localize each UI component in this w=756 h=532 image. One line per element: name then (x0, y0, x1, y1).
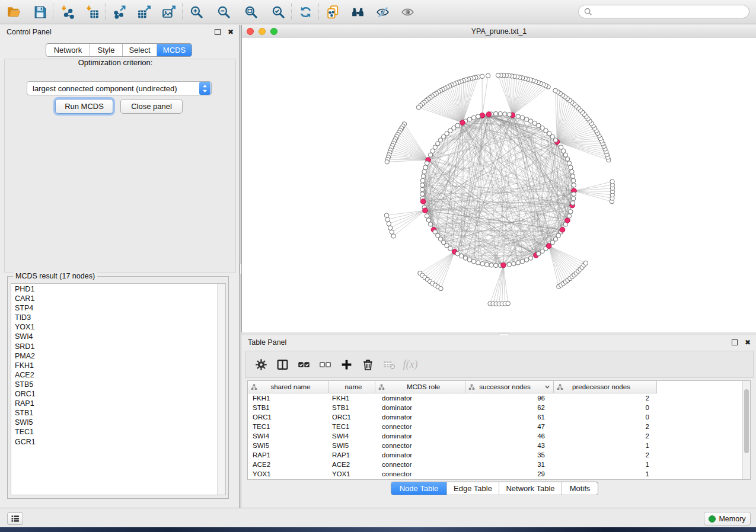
table-cell[interactable]: 0 (554, 403, 657, 412)
table-cell[interactable]: 2 (554, 393, 657, 403)
table-cell[interactable]: TEC1 (329, 422, 375, 431)
column-header-name[interactable]: name (329, 381, 375, 393)
table-cell[interactable]: dominator (375, 412, 465, 422)
table-cell[interactable]: connector (375, 469, 465, 479)
delete-table-button[interactable] (378, 354, 400, 374)
table-cell[interactable]: PHD1 (248, 479, 329, 480)
table-cell[interactable]: dominator (375, 403, 465, 412)
tab-select[interactable]: Select (122, 44, 157, 56)
table-cell[interactable]: 1 (554, 441, 657, 450)
mcds-result-item[interactable]: STB1 (11, 408, 218, 418)
mcds-result-item[interactable]: ORC1 (11, 389, 218, 399)
zoom-fit-button[interactable] (242, 3, 260, 21)
table-cell[interactable]: connector (375, 460, 465, 469)
table-cell[interactable]: 18 (465, 479, 554, 480)
table-cell[interactable]: dominator (375, 431, 465, 441)
table-row[interactable]: ACE2ACE2connector311 (248, 460, 657, 469)
zoom-in-button[interactable] (187, 3, 205, 21)
table-cell[interactable]: 47 (465, 422, 554, 431)
mcds-result-item[interactable]: RAP1 (11, 399, 218, 408)
close-panel-button[interactable]: ✖ (743, 338, 752, 347)
export-image-button[interactable] (160, 3, 178, 21)
table-cell[interactable]: SWI4 (248, 431, 329, 441)
search-input[interactable] (595, 6, 749, 18)
mcds-result-item[interactable]: STB5 (11, 380, 218, 389)
table-cell[interactable]: dominator (375, 450, 465, 460)
table-cell[interactable]: 62 (465, 403, 554, 412)
status-list-button[interactable] (7, 512, 23, 525)
tab-motifs[interactable]: Motifs (562, 482, 598, 495)
table-cell[interactable]: dominator (375, 479, 465, 480)
table-row[interactable]: RAP1RAP1dominator352 (248, 450, 657, 460)
hide-selected-button[interactable] (374, 3, 391, 21)
mcds-result-item[interactable]: SWI4 (11, 332, 218, 341)
open-file-button[interactable] (5, 3, 23, 21)
function-builder-button[interactable]: f(x) (400, 354, 421, 374)
mcds-result-item[interactable]: FKH1 (11, 361, 218, 370)
table-cell[interactable]: FKH1 (329, 393, 375, 403)
table-cell[interactable]: YOX1 (248, 469, 329, 479)
table-cell[interactable]: 46 (465, 431, 554, 441)
add-column-button[interactable] (336, 354, 357, 374)
mcds-result-item[interactable]: TID3 (11, 313, 218, 322)
table-scrollbar[interactable] (742, 381, 750, 479)
show-all-button[interactable] (398, 3, 416, 21)
column-visibility-button[interactable] (272, 354, 293, 374)
table-cell[interactable]: 61 (465, 412, 554, 422)
mcds-result-item[interactable]: CAR1 (11, 294, 218, 303)
table-cell[interactable]: 35 (465, 450, 554, 460)
scrollbar-thumb[interactable] (744, 389, 749, 453)
save-session-button[interactable] (31, 3, 49, 21)
mcds-result-item[interactable]: STP4 (11, 303, 218, 313)
table-cell[interactable]: TEC1 (248, 422, 329, 431)
table-cell[interactable]: STB1 (329, 403, 375, 412)
table-cell[interactable]: 31 (465, 460, 554, 469)
mcds-result-item[interactable]: TEC1 (11, 427, 218, 437)
mcds-result-item[interactable]: PHD1 (11, 284, 218, 294)
table-cell[interactable]: STB1 (248, 403, 329, 412)
import-table-button[interactable] (83, 3, 101, 21)
table-cell[interactable]: RAP1 (329, 450, 375, 460)
tab-network-table[interactable]: Network Table (499, 482, 562, 495)
tab-edge-table[interactable]: Edge Table (446, 482, 499, 495)
table-cell[interactable]: 0 (554, 479, 657, 480)
mcds-result-item[interactable]: SWI5 (11, 418, 218, 427)
table-cell[interactable]: connector (375, 422, 465, 431)
mcds-result-item[interactable]: SRD1 (11, 342, 218, 351)
column-header-successor-nodes[interactable]: successor nodes (465, 381, 554, 393)
table-cell[interactable]: 43 (465, 441, 554, 450)
tab-node-table[interactable]: Node Table (391, 482, 446, 495)
mcds-list-scrollbar[interactable] (217, 284, 225, 495)
table-cell[interactable]: ORC1 (248, 412, 329, 422)
table-cell[interactable]: 1 (554, 460, 657, 469)
network-canvas[interactable] (242, 38, 756, 332)
tab-network[interactable]: Network (46, 44, 90, 56)
mcds-result-item[interactable]: YOX1 (11, 322, 218, 332)
close-panel-button[interactable]: ✖ (226, 27, 235, 37)
column-header-shared-name[interactable]: shared name (248, 381, 329, 393)
select-all-rows-button[interactable] (293, 354, 314, 374)
table-cell[interactable]: 29 (465, 469, 554, 479)
table-cell[interactable]: 0 (554, 412, 657, 422)
export-network-button[interactable] (110, 3, 128, 21)
mcds-result-item[interactable]: PMA2 (11, 351, 218, 361)
zoom-selected-button[interactable] (269, 3, 287, 21)
table-settings-button[interactable] (250, 354, 272, 374)
table-cell[interactable]: dominator (375, 393, 465, 403)
table-row[interactable]: ORC1ORC1dominator610 (248, 412, 657, 422)
table-cell[interactable]: PHD1 (329, 479, 375, 480)
zoom-out-button[interactable] (215, 3, 232, 21)
table-cell[interactable]: 2 (554, 431, 657, 441)
table-row[interactable]: SWI5SWI5connector431 (248, 441, 657, 450)
memory-button[interactable]: Memory (704, 512, 751, 525)
table-row[interactable]: PHD1PHD1dominator180 (248, 479, 657, 480)
close-panel-action-button[interactable]: Close panel (120, 99, 183, 114)
table-cell[interactable]: ACE2 (248, 460, 329, 469)
table-cell[interactable]: YOX1 (329, 469, 375, 479)
optimization-criterion-select[interactable]: largest connected component (undirected) (27, 81, 212, 95)
table-cell[interactable]: 2 (554, 450, 657, 460)
table-row[interactable]: FKH1FKH1dominator962 (248, 393, 657, 403)
float-panel-button[interactable] (213, 27, 222, 37)
table-cell[interactable]: ORC1 (329, 412, 375, 422)
table-row[interactable]: STB1STB1dominator620 (248, 403, 657, 412)
